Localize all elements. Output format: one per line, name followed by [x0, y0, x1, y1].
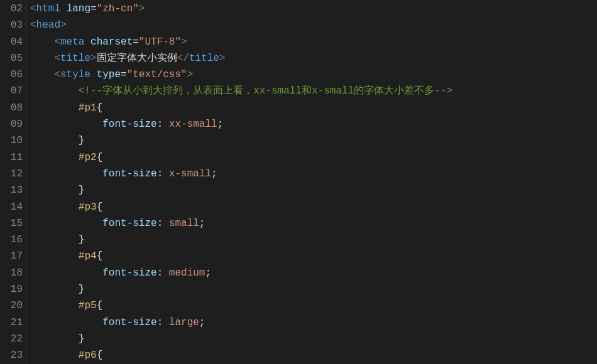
token: large [169, 317, 199, 328]
token: charset [90, 36, 133, 48]
token: lang [67, 3, 90, 14]
line-number-gutter: 0203040506070809101112131415161718192021… [0, 0, 26, 364]
token: font-size [102, 119, 156, 130]
token: } [79, 234, 85, 245]
token: type [97, 69, 121, 80]
code-editor[interactable]: 0203040506070809101112131415161718192021… [0, 0, 597, 364]
code-line[interactable]: #p1{ [30, 100, 597, 116]
line-number: 08 [0, 100, 23, 116]
token: < [54, 36, 60, 48]
code-line[interactable]: #p6{ [30, 347, 597, 363]
token: </ [177, 53, 189, 64]
token: head [36, 19, 60, 31]
token: < [54, 53, 60, 64]
token [60, 3, 67, 14]
token: { [97, 250, 103, 262]
token: = [121, 69, 127, 80]
token: : [157, 168, 169, 179]
token: ; [217, 119, 224, 130]
token: ; [199, 317, 205, 328]
token: font-size [102, 168, 156, 179]
line-number: 11 [0, 149, 23, 166]
token: style [60, 69, 90, 80]
token: font-size [102, 317, 156, 328]
line-number: 05 [0, 50, 23, 67]
token: #p4 [79, 250, 97, 262]
code-line[interactable]: font-size: large; [30, 314, 597, 331]
line-number: 23 [0, 347, 23, 363]
token: < [30, 3, 36, 14]
code-line[interactable]: } [30, 182, 597, 198]
code-line[interactable]: #p2{ [30, 149, 597, 166]
line-number: 18 [0, 265, 23, 281]
token: : [157, 317, 169, 328]
token: #p3 [79, 201, 97, 213]
token: <!--字体从小到大排列，从表面上看，xx-small和x-small的字体大小… [79, 85, 452, 97]
code-line[interactable]: } [30, 331, 597, 347]
token: : [157, 267, 169, 279]
code-line[interactable]: #p5{ [30, 297, 597, 314]
token: } [79, 185, 85, 196]
code-line[interactable]: font-size: small; [30, 215, 597, 232]
line-number: 10 [0, 132, 23, 149]
token: ; [205, 267, 211, 279]
token: > [60, 19, 67, 31]
token [84, 36, 90, 48]
code-area[interactable]: <html lang="zh-cn"><head> <meta charset=… [26, 0, 597, 364]
token: ; [211, 168, 217, 179]
token: "text/css" [127, 69, 187, 80]
code-line[interactable]: <!--字体从小到大排列，从表面上看，xx-small和x-small的字体大小… [30, 83, 597, 99]
token: meta [60, 36, 84, 48]
code-line[interactable]: } [30, 132, 597, 149]
line-number: 21 [0, 314, 23, 331]
code-line[interactable]: <style type="text/css"> [30, 67, 597, 83]
token: xx-small [169, 119, 217, 130]
token: = [133, 36, 139, 48]
line-number: 02 [0, 1, 23, 17]
token: ; [199, 218, 205, 229]
token: title [189, 53, 219, 64]
token: > [139, 3, 145, 14]
code-line[interactable]: } [30, 281, 597, 297]
token: } [79, 333, 85, 345]
code-line[interactable]: font-size: x-small; [30, 166, 597, 182]
token: } [79, 135, 85, 146]
code-line[interactable]: <title>固定字体大小实例</title> [30, 50, 597, 67]
code-line[interactable]: font-size: medium; [30, 265, 597, 281]
code-line[interactable]: #p4{ [30, 248, 597, 264]
token: medium [169, 267, 205, 279]
line-number: 09 [0, 116, 23, 132]
line-number: 03 [0, 17, 23, 33]
token: > [219, 53, 226, 64]
line-number: 20 [0, 297, 23, 314]
code-line[interactable]: font-size: xx-small; [30, 116, 597, 132]
line-number: 12 [0, 166, 23, 182]
line-number: 13 [0, 182, 23, 198]
token: < [54, 69, 60, 80]
token: html [36, 3, 60, 14]
code-line[interactable]: <meta charset="UTF-8"> [30, 34, 597, 50]
token: { [97, 350, 103, 361]
line-number: 04 [0, 34, 23, 50]
token: #p6 [79, 350, 97, 361]
token: #p1 [79, 102, 97, 114]
token: > [181, 36, 187, 48]
token: x-small [169, 168, 211, 179]
code-line[interactable]: <html lang="zh-cn"> [30, 1, 597, 17]
code-line[interactable]: #p3{ [30, 199, 597, 215]
code-line[interactable]: <head> [30, 17, 597, 33]
line-number: 06 [0, 67, 23, 83]
token: font-size [102, 218, 156, 229]
token: #p2 [79, 152, 97, 163]
token: = [90, 3, 97, 14]
line-number: 17 [0, 248, 23, 264]
token: #p5 [79, 300, 97, 311]
code-line[interactable]: } [30, 232, 597, 248]
token: { [97, 300, 103, 311]
line-number: 14 [0, 199, 23, 215]
token [90, 69, 97, 80]
line-number: 16 [0, 232, 23, 248]
token: "UTF-8" [139, 36, 181, 48]
line-number: 07 [0, 83, 23, 99]
token: : [157, 218, 169, 229]
